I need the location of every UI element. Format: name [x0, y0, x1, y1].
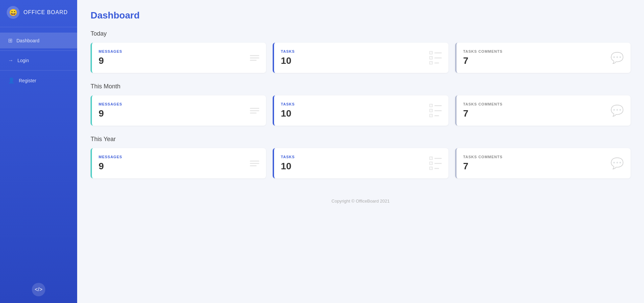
year-comments-value: 7	[463, 161, 503, 172]
page-title: Dashboard	[91, 10, 631, 21]
section-this-month-title: This Month	[91, 83, 631, 90]
today-comments-left: TASKS COMMENTS 7	[463, 49, 503, 66]
year-messages-card: MESSAGES 9	[91, 148, 266, 178]
section-this-year: This Year MESSAGES 9 TASKS 10	[91, 136, 631, 178]
month-messages-left: MESSAGES 9	[99, 102, 122, 119]
section-this-month: This Month MESSAGES 9 TASKS 10	[91, 83, 631, 126]
year-comments-card: TASKS COMMENTS 7 💬	[455, 148, 631, 178]
sidebar-logo: 😄 OFFICE BOARD	[0, 0, 77, 25]
code-icon: </>	[35, 287, 42, 293]
month-tasks-left: TASKS 10	[281, 102, 294, 119]
footer: Copyright © OfficeBoard 2021	[91, 188, 631, 207]
sidebar: 😄 OFFICE BOARD ⊞ Dashboard → Login 👤 Reg…	[0, 0, 77, 303]
month-comments-value: 7	[463, 108, 503, 119]
month-tasks-icon	[429, 104, 442, 117]
month-comments-icon: 💬	[610, 104, 624, 117]
year-messages-value: 9	[99, 161, 122, 172]
year-messages-label: MESSAGES	[99, 155, 122, 159]
this-month-cards-row: MESSAGES 9 TASKS 10	[91, 95, 631, 126]
month-messages-label: MESSAGES	[99, 102, 122, 106]
logo-text: OFFICE BOARD	[23, 9, 68, 15]
sidebar-item-login-label: Login	[17, 58, 29, 63]
sidebar-item-register[interactable]: 👤 Register	[0, 73, 77, 88]
month-messages-icon	[250, 108, 259, 114]
tasks-icon	[429, 51, 442, 64]
today-comments-card: TASKS COMMENTS 7 💬	[455, 43, 631, 73]
year-comments-icon: 💬	[610, 157, 624, 170]
year-tasks-icon	[429, 157, 442, 170]
section-today-title: Today	[91, 30, 631, 37]
section-today: Today MESSAGES 9 TASKS 10	[91, 30, 631, 73]
month-comments-left: TASKS COMMENTS 7	[463, 102, 503, 119]
code-button[interactable]: </>	[32, 283, 45, 296]
month-tasks-card: TASKS 10	[273, 95, 448, 126]
sidebar-item-dashboard-label: Dashboard	[16, 38, 40, 43]
sidebar-divider-3	[0, 70, 77, 71]
month-comments-card: TASKS COMMENTS 7 💬	[455, 95, 631, 126]
register-icon: 👤	[8, 77, 15, 84]
today-tasks-value: 10	[281, 55, 294, 66]
year-tasks-left: TASKS 10	[281, 155, 294, 172]
this-year-cards-row: MESSAGES 9 TASKS 10	[91, 148, 631, 178]
messages-icon	[250, 55, 259, 61]
today-messages-label: MESSAGES	[99, 49, 122, 53]
today-comments-value: 7	[463, 55, 503, 66]
sidebar-divider-2	[0, 50, 77, 51]
login-icon: →	[8, 57, 13, 63]
year-comments-label: TASKS COMMENTS	[463, 155, 503, 159]
year-comments-left: TASKS COMMENTS 7	[463, 155, 503, 172]
today-tasks-left: TASKS 10	[281, 49, 294, 66]
today-messages-card: MESSAGES 9	[91, 43, 266, 73]
month-messages-card: MESSAGES 9	[91, 95, 266, 126]
month-tasks-label: TASKS	[281, 102, 294, 106]
sidebar-item-register-label: Register	[19, 78, 36, 83]
month-comments-label: TASKS COMMENTS	[463, 102, 503, 106]
today-messages-value: 9	[99, 55, 122, 66]
sidebar-item-dashboard[interactable]: ⊞ Dashboard	[0, 33, 77, 48]
today-cards-row: MESSAGES 9 TASKS 10	[91, 43, 631, 73]
comments-icon: 💬	[610, 51, 624, 64]
today-tasks-card: TASKS 10	[273, 43, 448, 73]
year-tasks-card: TASKS 10	[273, 148, 448, 178]
year-tasks-value: 10	[281, 161, 294, 172]
month-tasks-value: 10	[281, 108, 294, 119]
year-messages-left: MESSAGES 9	[99, 155, 122, 172]
month-messages-value: 9	[99, 108, 122, 119]
sidebar-nav: ⊞ Dashboard → Login 👤 Register	[0, 33, 77, 88]
sidebar-bottom: </>	[0, 276, 77, 303]
dashboard-icon: ⊞	[8, 37, 12, 44]
logo-icon: 😄	[7, 6, 19, 19]
year-messages-icon	[250, 161, 259, 166]
copyright-text: Copyright © OfficeBoard 2021	[331, 199, 389, 204]
today-tasks-label: TASKS	[281, 49, 294, 53]
sidebar-divider	[0, 27, 77, 27]
main-content: Dashboard Today MESSAGES 9 TASKS 10	[77, 0, 644, 303]
sidebar-item-login[interactable]: → Login	[0, 53, 77, 68]
year-tasks-label: TASKS	[281, 155, 294, 159]
section-this-year-title: This Year	[91, 136, 631, 143]
today-messages-left: MESSAGES 9	[99, 49, 122, 66]
today-comments-label: TASKS COMMENTS	[463, 49, 503, 53]
